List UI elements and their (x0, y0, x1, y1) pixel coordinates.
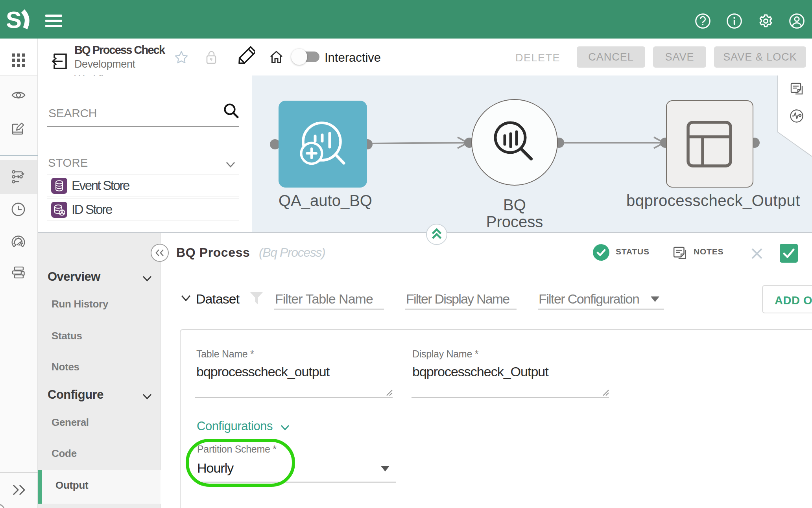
svg-text:S: S (7, 9, 22, 30)
